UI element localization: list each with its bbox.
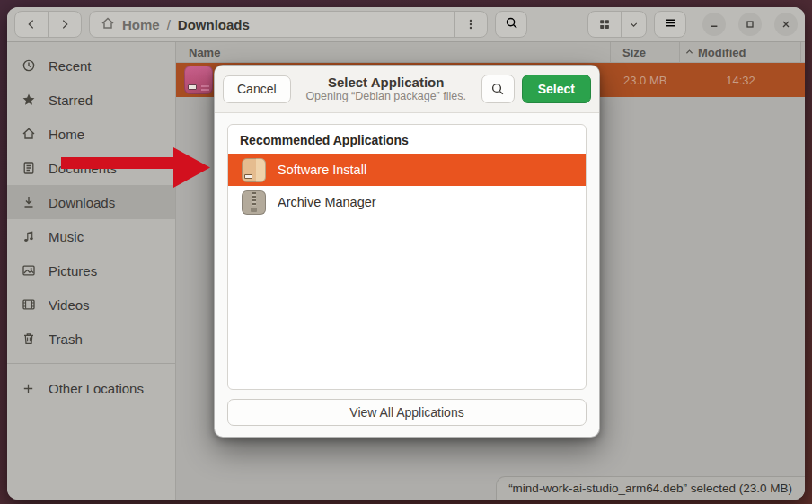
- home-icon: [21, 127, 36, 141]
- recent-clock-icon: [21, 58, 36, 73]
- sidebar-item-home[interactable]: Home: [7, 117, 175, 151]
- sidebar-item-documents[interactable]: Documents: [7, 151, 175, 185]
- sidebar-item-trash[interactable]: Trash: [7, 322, 175, 356]
- star-icon: [21, 93, 36, 107]
- chevron-down-icon: [628, 19, 640, 31]
- minimize-button[interactable]: [702, 13, 726, 36]
- list-column-headers: Name Size Modified: [176, 42, 805, 63]
- sidebar-item-label: Documents: [49, 161, 117, 176]
- view-switcher: [587, 11, 647, 38]
- sidebar-item-label: Music: [49, 229, 84, 244]
- grid-view-icon: [598, 18, 611, 31]
- app-row-software-install[interactable]: Software Install: [228, 154, 586, 186]
- application-list: Recommended Applications Software Instal…: [227, 124, 587, 390]
- sidebar-item-label: Other Locations: [49, 381, 144, 396]
- trash-icon: [21, 332, 36, 346]
- breadcrumb: Home / Downloads: [90, 16, 454, 33]
- path-menu-button[interactable]: [455, 12, 487, 37]
- app-name: Software Install: [278, 163, 366, 177]
- software-install-icon: [242, 158, 266, 182]
- file-star-cell[interactable]: [801, 72, 805, 89]
- file-size-cell: 23.0 MB: [611, 74, 680, 87]
- app-name: Archive Manager: [278, 195, 376, 209]
- dialog-titlebox: Select Application Opening “Debian packa…: [291, 75, 481, 103]
- search-toggle-button[interactable]: [495, 11, 527, 38]
- column-header-name[interactable]: Name: [176, 46, 610, 59]
- cancel-button[interactable]: Cancel: [223, 75, 291, 103]
- picture-icon: [21, 263, 36, 278]
- music-note-icon: [21, 229, 36, 243]
- search-icon: [490, 82, 505, 96]
- minimize-icon: [709, 19, 719, 30]
- document-icon: [21, 161, 36, 175]
- sort-ascending-icon: [684, 46, 694, 59]
- close-button[interactable]: [774, 13, 798, 36]
- sidebar-item-label: Recent: [49, 58, 92, 74]
- deb-package-icon: [184, 66, 213, 94]
- breadcrumb-home[interactable]: Home: [101, 16, 160, 33]
- file-modified-cell: 14:32: [680, 74, 801, 87]
- path-bar: Home / Downloads: [89, 11, 488, 38]
- sidebar-separator: [7, 363, 175, 364]
- hamburger-menu-icon: [664, 16, 677, 33]
- dialog-subtitle: Opening “Debian package” files.: [291, 90, 481, 102]
- download-icon: [21, 195, 36, 209]
- column-divider: [800, 42, 801, 62]
- select-application-dialog: Cancel Select Application Opening “Debia…: [214, 65, 600, 438]
- main-menu-button[interactable]: [654, 11, 686, 38]
- view-options-button[interactable]: [622, 12, 646, 37]
- dialog-title: Select Application: [291, 75, 481, 90]
- dialog-header: Cancel Select Application Opening “Debia…: [215, 66, 599, 113]
- breadcrumb-home-label: Home: [122, 17, 160, 32]
- desktop: Home / Downloads: [0, 0, 812, 504]
- headerbar: Home / Downloads: [7, 7, 805, 42]
- chevron-left-icon: [25, 18, 38, 31]
- sidebar-item-music[interactable]: Music: [7, 219, 175, 253]
- home-icon: [101, 16, 115, 33]
- close-icon: [781, 19, 791, 30]
- recommended-section-header: Recommended Applications: [228, 125, 586, 154]
- column-header-modified[interactable]: Modified: [680, 46, 800, 59]
- maximize-icon: [745, 19, 755, 30]
- dialog-search-button[interactable]: [481, 75, 515, 103]
- breadcrumb-separator: /: [167, 17, 171, 32]
- breadcrumb-current[interactable]: Downloads: [178, 17, 250, 32]
- column-header-modified-label: Modified: [698, 46, 746, 59]
- sidebar-item-downloads[interactable]: Downloads: [7, 185, 175, 219]
- nav-buttons: [14, 11, 82, 38]
- maximize-button[interactable]: [738, 13, 762, 36]
- sidebar-item-label: Starred: [49, 93, 93, 108]
- sidebar-item-label: Videos: [49, 297, 90, 313]
- plus-icon: [21, 382, 36, 395]
- video-film-icon: [21, 297, 36, 312]
- sidebar-item-other-locations[interactable]: Other Locations: [7, 371, 175, 405]
- back-button[interactable]: [15, 12, 48, 37]
- search-icon: [505, 16, 518, 33]
- sidebar-item-pictures[interactable]: Pictures: [7, 253, 175, 287]
- sidebar-item-starred[interactable]: Starred: [7, 83, 175, 117]
- sidebar: Recent Starred Home Documents: [7, 42, 176, 500]
- archive-manager-icon: [242, 190, 266, 215]
- sidebar-item-label: Downloads: [49, 195, 115, 210]
- view-all-applications-button[interactable]: View All Applications: [227, 399, 587, 426]
- headerbar-right: [587, 11, 799, 38]
- chevron-right-icon: [58, 18, 71, 31]
- three-dots-vertical-icon: [464, 18, 477, 31]
- status-bar: “mind-work-ai-studio_arm64.deb” selected…: [496, 476, 805, 500]
- sidebar-item-label: Home: [49, 127, 84, 142]
- column-header-size[interactable]: Size: [611, 46, 679, 59]
- status-text: “mind-work-ai-studio_arm64.deb” selected…: [508, 482, 792, 495]
- sidebar-item-label: Trash: [49, 332, 83, 347]
- select-button[interactable]: Select: [522, 75, 591, 103]
- sidebar-item-label: Pictures: [49, 263, 97, 279]
- app-row-archive-manager[interactable]: Archive Manager: [228, 186, 586, 218]
- forward-button[interactable]: [49, 12, 81, 37]
- sidebar-item-recent[interactable]: Recent: [7, 49, 175, 83]
- window-controls: [702, 13, 798, 36]
- grid-view-button[interactable]: [588, 12, 621, 37]
- sidebar-item-videos[interactable]: Videos: [7, 287, 175, 322]
- dialog-body: Recommended Applications Software Instal…: [215, 113, 599, 437]
